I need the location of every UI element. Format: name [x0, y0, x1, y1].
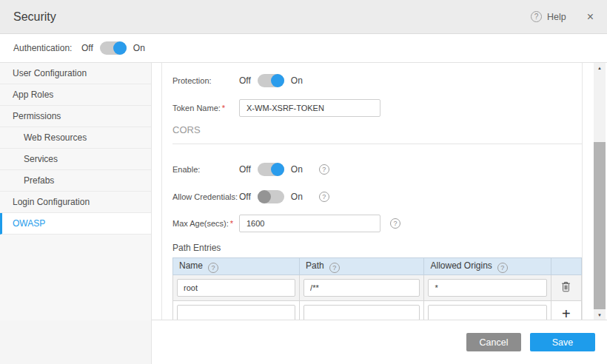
protection-on-label: On	[291, 75, 303, 86]
dialog-footer: Cancel Save	[0, 320, 607, 364]
content-gutter	[152, 63, 161, 320]
toggle-knob	[271, 163, 284, 176]
enable-off-label: Off	[239, 164, 251, 175]
cors-section-heading: CORS	[172, 124, 582, 144]
authentication-label: Authentication:	[13, 43, 81, 53]
sidebar-item-services[interactable]: Services	[0, 149, 151, 170]
allow-credentials-row: Allow Credentials: Off On ?	[172, 186, 582, 207]
delete-row-button[interactable]	[551, 275, 581, 301]
scroll-up-icon[interactable]: ▲	[594, 63, 606, 73]
row1-name-input[interactable]	[177, 279, 295, 297]
vertical-scrollbar[interactable]: ▲ ▼	[594, 63, 606, 320]
required-asterisk: *	[230, 219, 233, 228]
required-asterisk: *	[222, 104, 225, 112]
protection-toggle[interactable]	[258, 74, 284, 87]
allow-credentials-toggle[interactable]	[258, 190, 284, 203]
save-button[interactable]: Save	[530, 333, 595, 351]
sidebar-item-owasp[interactable]: OWASP	[0, 213, 151, 235]
allow-credentials-off-label: Off	[239, 192, 251, 202]
protection-label: Protection:	[172, 76, 239, 85]
path-entries-heading: Path Entries	[172, 243, 582, 253]
cors-enable-row: Enable: Off On ?	[172, 159, 582, 180]
sidebar-item-web-resources[interactable]: Web Resources	[0, 127, 151, 149]
path-entries-table: Name? Path? Allowed Origins?	[172, 257, 582, 320]
enable-on-label: On	[291, 164, 303, 175]
toggle-knob	[271, 74, 284, 87]
column-header-actions	[551, 258, 581, 275]
sidebar: User Configuration App Roles Permissions…	[0, 63, 152, 320]
sidebar-item-app-roles[interactable]: App Roles	[0, 84, 151, 106]
sidebar-item-prefabs[interactable]: Prefabs	[0, 170, 151, 192]
page-title: Security	[13, 10, 56, 24]
row2-path-input[interactable]	[304, 305, 420, 320]
name-help-icon[interactable]: ?	[208, 263, 218, 273]
cancel-button[interactable]: Cancel	[466, 333, 521, 351]
plus-icon: +	[562, 306, 571, 320]
row1-allowed-origins-input[interactable]	[428, 279, 546, 297]
toggle-knob	[258, 190, 271, 203]
column-header-path: Path?	[300, 258, 424, 275]
dialog-header: Security ? Help ×	[0, 0, 607, 34]
scrollbar-thumb[interactable]	[594, 142, 606, 309]
help-icon[interactable]: ?	[531, 11, 542, 22]
protection-off-label: Off	[239, 75, 251, 86]
trash-icon	[561, 281, 571, 292]
column-header-allowed-origins: Allowed Origins?	[424, 258, 551, 275]
sidebar-item-user-configuration[interactable]: User Configuration	[0, 63, 151, 84]
authentication-off-label: Off	[81, 43, 93, 53]
scrollbar-track[interactable]	[594, 73, 606, 310]
row2-name-input[interactable]	[177, 305, 295, 320]
add-row-button[interactable]: +	[551, 301, 581, 320]
token-name-row: Token Name:*	[172, 98, 582, 118]
scrollbar-gap	[583, 63, 594, 320]
help-link[interactable]: Help	[547, 12, 566, 22]
security-dialog: Security ? Help × Authentication: Off On…	[0, 0, 607, 364]
table-row: +	[173, 301, 582, 320]
row2-allowed-origins-input[interactable]	[428, 305, 546, 320]
enable-label: Enable:	[172, 165, 239, 174]
max-age-input[interactable]	[239, 215, 380, 232]
enable-help-icon[interactable]: ?	[319, 164, 329, 175]
sidebar-item-permissions[interactable]: Permissions	[0, 106, 151, 127]
allow-credentials-help-icon[interactable]: ?	[319, 192, 329, 202]
token-name-label: Token Name:*	[172, 104, 239, 112]
close-icon[interactable]: ×	[587, 11, 594, 23]
owasp-settings-panel: Protection: Off On Token Name:* CORS Ena…	[161, 63, 583, 320]
cors-enable-toggle[interactable]	[258, 163, 284, 176]
protection-row: Protection: Off On	[172, 70, 582, 91]
allow-credentials-label: Allow Credentials:	[172, 192, 239, 201]
authentication-on-label: On	[133, 43, 145, 53]
toggle-knob	[113, 41, 127, 55]
max-age-help-icon[interactable]: ?	[390, 218, 400, 229]
max-age-label: Max Age(secs):*	[172, 219, 239, 228]
path-help-icon[interactable]: ?	[329, 263, 340, 273]
table-header-row: Name? Path? Allowed Origins?	[173, 258, 582, 275]
column-header-name: Name?	[173, 258, 300, 275]
allow-credentials-on-label: On	[291, 192, 303, 202]
sidebar-item-login-configuration[interactable]: Login Configuration	[0, 192, 151, 213]
max-age-row: Max Age(secs):* ?	[172, 214, 582, 233]
footer-sidebar-area	[0, 320, 152, 364]
allowed-origins-help-icon[interactable]: ?	[497, 263, 508, 273]
row1-path-input[interactable]	[304, 279, 420, 297]
table-row	[173, 275, 582, 301]
token-name-input[interactable]	[239, 99, 380, 117]
authentication-bar: Authentication: Off On	[0, 34, 607, 63]
authentication-toggle[interactable]	[100, 41, 127, 55]
scroll-down-icon[interactable]: ▼	[594, 310, 606, 320]
